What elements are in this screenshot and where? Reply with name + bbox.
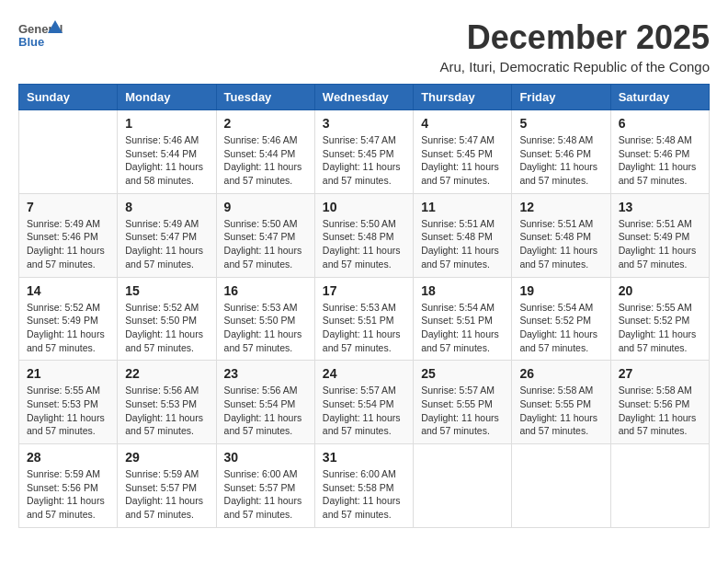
calendar-cell: 23Sunrise: 5:56 AM Sunset: 5:54 PM Dayli… <box>216 361 314 444</box>
day-info: Sunrise: 5:56 AM Sunset: 5:53 PM Dayligh… <box>125 384 208 438</box>
day-info: Sunrise: 5:50 AM Sunset: 5:48 PM Dayligh… <box>323 217 405 271</box>
day-number: 11 <box>421 200 504 214</box>
day-info: Sunrise: 5:50 AM Sunset: 5:47 PM Dayligh… <box>224 217 307 271</box>
day-info: Sunrise: 5:49 AM Sunset: 5:46 PM Dayligh… <box>27 217 109 271</box>
weekday-header-wednesday: Wednesday <box>314 85 413 110</box>
day-number: 26 <box>519 366 602 381</box>
day-info: Sunrise: 5:52 AM Sunset: 5:49 PM Dayligh… <box>27 301 109 355</box>
calendar-cell: 13Sunrise: 5:51 AM Sunset: 5:49 PM Dayli… <box>610 193 709 277</box>
day-info: Sunrise: 5:56 AM Sunset: 5:54 PM Dayligh… <box>224 384 307 438</box>
calendar-cell: 20Sunrise: 5:55 AM Sunset: 5:52 PM Dayli… <box>610 277 709 361</box>
weekday-header-tuesday: Tuesday <box>216 85 314 110</box>
calendar-cell: 29Sunrise: 5:59 AM Sunset: 5:57 PM Dayli… <box>118 444 216 528</box>
calendar-cell: 30Sunrise: 6:00 AM Sunset: 5:57 PM Dayli… <box>216 444 314 528</box>
day-info: Sunrise: 5:53 AM Sunset: 5:51 PM Dayligh… <box>323 301 405 355</box>
calendar-cell: 12Sunrise: 5:51 AM Sunset: 5:48 PM Dayli… <box>512 193 610 277</box>
day-info: Sunrise: 5:57 AM Sunset: 5:55 PM Dayligh… <box>421 384 504 438</box>
calendar-week-4: 21Sunrise: 5:55 AM Sunset: 5:53 PM Dayli… <box>19 361 710 444</box>
calendar-cell: 14Sunrise: 5:52 AM Sunset: 5:49 PM Dayli… <box>19 277 118 361</box>
day-info: Sunrise: 5:46 AM Sunset: 5:44 PM Dayligh… <box>125 133 208 188</box>
day-info: Sunrise: 5:54 AM Sunset: 5:51 PM Dayligh… <box>421 301 504 355</box>
day-info: Sunrise: 5:59 AM Sunset: 5:56 PM Dayligh… <box>27 467 109 522</box>
day-info: Sunrise: 5:54 AM Sunset: 5:52 PM Dayligh… <box>519 301 602 355</box>
calendar-week-2: 7Sunrise: 5:49 AM Sunset: 5:46 PM Daylig… <box>19 193 710 277</box>
calendar-cell: 16Sunrise: 5:53 AM Sunset: 5:50 PM Dayli… <box>216 277 314 361</box>
day-number: 30 <box>224 450 307 465</box>
calendar-cell: 2Sunrise: 5:46 AM Sunset: 5:44 PM Daylig… <box>216 110 314 194</box>
month-title: December 2025 <box>440 18 710 57</box>
calendar-cell: 18Sunrise: 5:54 AM Sunset: 5:51 PM Dayli… <box>414 277 512 361</box>
day-info: Sunrise: 6:00 AM Sunset: 5:58 PM Dayligh… <box>323 467 405 522</box>
day-number: 14 <box>27 283 109 298</box>
logo-icon: GeneralBlue <box>18 18 64 52</box>
day-number: 1 <box>125 116 208 131</box>
location-subtitle: Aru, Ituri, Democratic Republic of the C… <box>440 59 710 75</box>
calendar-cell: 7Sunrise: 5:49 AM Sunset: 5:46 PM Daylig… <box>19 193 118 277</box>
calendar-cell: 27Sunrise: 5:58 AM Sunset: 5:56 PM Dayli… <box>610 361 709 444</box>
day-info: Sunrise: 5:49 AM Sunset: 5:47 PM Dayligh… <box>125 217 208 271</box>
calendar-cell: 17Sunrise: 5:53 AM Sunset: 5:51 PM Dayli… <box>314 277 413 361</box>
weekday-header-thursday: Thursday <box>414 85 512 110</box>
logo: GeneralBlue <box>18 18 64 52</box>
day-number: 10 <box>323 200 405 214</box>
day-info: Sunrise: 5:57 AM Sunset: 5:54 PM Dayligh… <box>323 384 405 438</box>
day-number: 27 <box>619 366 701 381</box>
day-number: 18 <box>421 283 504 298</box>
day-info: Sunrise: 5:51 AM Sunset: 5:48 PM Dayligh… <box>519 217 602 271</box>
calendar-cell: 24Sunrise: 5:57 AM Sunset: 5:54 PM Dayli… <box>314 361 413 444</box>
day-info: Sunrise: 5:48 AM Sunset: 5:46 PM Dayligh… <box>519 133 602 188</box>
day-number: 19 <box>519 283 602 298</box>
calendar-cell: 15Sunrise: 5:52 AM Sunset: 5:50 PM Dayli… <box>118 277 216 361</box>
header: GeneralBlue December 2025 Aru, Ituri, De… <box>18 18 710 75</box>
calendar-cell: 26Sunrise: 5:58 AM Sunset: 5:55 PM Dayli… <box>512 361 610 444</box>
day-info: Sunrise: 5:47 AM Sunset: 5:45 PM Dayligh… <box>323 133 405 188</box>
calendar-table: SundayMondayTuesdayWednesdayThursdayFrid… <box>18 84 710 528</box>
calendar-cell: 21Sunrise: 5:55 AM Sunset: 5:53 PM Dayli… <box>19 361 118 444</box>
day-number: 22 <box>125 366 208 381</box>
day-info: Sunrise: 5:51 AM Sunset: 5:49 PM Dayligh… <box>619 217 701 271</box>
day-number: 12 <box>519 200 602 214</box>
day-info: Sunrise: 5:55 AM Sunset: 5:53 PM Dayligh… <box>27 384 109 438</box>
day-info: Sunrise: 5:53 AM Sunset: 5:50 PM Dayligh… <box>224 301 307 355</box>
day-number: 3 <box>323 116 405 131</box>
calendar-cell <box>19 110 118 194</box>
day-info: Sunrise: 5:55 AM Sunset: 5:52 PM Dayligh… <box>619 301 701 355</box>
day-number: 24 <box>323 366 405 381</box>
day-info: Sunrise: 5:58 AM Sunset: 5:56 PM Dayligh… <box>619 384 701 438</box>
calendar-cell: 6Sunrise: 5:48 AM Sunset: 5:46 PM Daylig… <box>610 110 709 194</box>
calendar-cell: 25Sunrise: 5:57 AM Sunset: 5:55 PM Dayli… <box>414 361 512 444</box>
weekday-header-sunday: Sunday <box>19 85 118 110</box>
calendar-cell <box>610 444 709 528</box>
weekday-header-monday: Monday <box>118 85 216 110</box>
calendar-cell <box>512 444 610 528</box>
day-info: Sunrise: 5:51 AM Sunset: 5:48 PM Dayligh… <box>421 217 504 271</box>
calendar-cell: 1Sunrise: 5:46 AM Sunset: 5:44 PM Daylig… <box>118 110 216 194</box>
day-info: Sunrise: 5:47 AM Sunset: 5:45 PM Dayligh… <box>421 133 504 188</box>
day-info: Sunrise: 6:00 AM Sunset: 5:57 PM Dayligh… <box>224 467 307 522</box>
day-number: 28 <box>27 450 109 465</box>
day-number: 6 <box>619 116 701 131</box>
day-info: Sunrise: 5:48 AM Sunset: 5:46 PM Dayligh… <box>619 133 701 188</box>
calendar-cell <box>414 444 512 528</box>
calendar-cell: 9Sunrise: 5:50 AM Sunset: 5:47 PM Daylig… <box>216 193 314 277</box>
day-number: 7 <box>27 200 109 214</box>
day-number: 17 <box>323 283 405 298</box>
day-number: 13 <box>619 200 701 214</box>
calendar-cell: 31Sunrise: 6:00 AM Sunset: 5:58 PM Dayli… <box>314 444 413 528</box>
day-number: 9 <box>224 200 307 214</box>
day-number: 5 <box>519 116 602 131</box>
svg-text:Blue: Blue <box>18 35 44 49</box>
weekday-header-saturday: Saturday <box>610 85 709 110</box>
day-number: 16 <box>224 283 307 298</box>
title-section: December 2025 Aru, Ituri, Democratic Rep… <box>440 18 710 75</box>
calendar-cell: 8Sunrise: 5:49 AM Sunset: 5:47 PM Daylig… <box>118 193 216 277</box>
calendar-cell: 4Sunrise: 5:47 AM Sunset: 5:45 PM Daylig… <box>414 110 512 194</box>
day-number: 25 <box>421 366 504 381</box>
day-number: 31 <box>323 450 405 465</box>
day-number: 29 <box>125 450 208 465</box>
day-number: 23 <box>224 366 307 381</box>
day-number: 8 <box>125 200 208 214</box>
day-info: Sunrise: 5:52 AM Sunset: 5:50 PM Dayligh… <box>125 301 208 355</box>
day-number: 4 <box>421 116 504 131</box>
weekday-header-friday: Friday <box>512 85 610 110</box>
